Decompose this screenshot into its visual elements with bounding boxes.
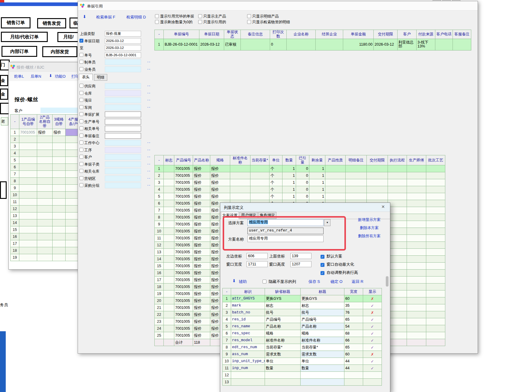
quote-table-row[interactable]: 13 (11, 212, 80, 219)
auto-maximize-checkbox[interactable]: ✓ (321, 262, 324, 267)
filter-input[interactable] (105, 133, 141, 139)
filter-combo[interactable]: ▼ (105, 90, 141, 96)
more-options-dots[interactable]: ·· (147, 67, 151, 71)
filter-input[interactable] (105, 119, 141, 125)
filter-checkbox[interactable] (79, 53, 83, 57)
dialog-table-row[interactable]: 6res_spec规格规格68✓ (223, 330, 382, 337)
filter-checkbox[interactable] (79, 141, 83, 144)
dialog-table-row[interactable]: 7res_model标准件名称标准件名称66✓ (223, 337, 382, 344)
quote-table-row[interactable]: 17001005报价报价 (11, 129, 80, 136)
detail-table-row[interactable]: 57001005报价报价个101 (155, 193, 445, 200)
quote-table-row[interactable]: 12 (11, 206, 80, 212)
quote-table-row[interactable]: 6 (11, 164, 80, 171)
filter-input[interactable]: BJB-26-03-12-0001 (105, 52, 141, 58)
expand-down-icon[interactable]: ⬇ (83, 15, 86, 19)
detail-table-row[interactable]: 17001005报价报价个101 (155, 165, 445, 172)
more-options-dots[interactable]: ·· (147, 148, 151, 152)
more-options-dots[interactable]: ·· (147, 60, 151, 64)
filter-input[interactable] (105, 112, 141, 117)
quote-menu-item[interactable]: 前单L (14, 74, 24, 79)
dialog-tab-user[interactable]: 用户绑定 (240, 212, 258, 219)
refer-option-checkbox[interactable] (155, 14, 159, 18)
button-fragment-tall[interactable] (0, 181, 7, 199)
filter-checkbox[interactable] (79, 126, 83, 130)
dialog-table-row[interactable]: 3batch_no批号批号76✗ (223, 309, 382, 316)
filter-checkbox[interactable] (79, 169, 83, 173)
more-options-dots[interactable]: ·· (147, 155, 151, 159)
button-internal-order[interactable]: 内部订单 (2, 46, 37, 57)
quote-table-row[interactable]: 8 (11, 178, 80, 185)
filter-checkbox[interactable] (79, 60, 83, 64)
more-options-dots[interactable]: ·· (147, 98, 151, 102)
dialog-tab-scheme[interactable]: 方案设置 (221, 212, 239, 219)
more-options-dots[interactable]: ·· (147, 105, 151, 109)
filter-combo[interactable]: ▼ (105, 183, 141, 188)
quote-table-row[interactable]: 15 (11, 226, 80, 233)
aux-down-icon[interactable]: ⬇ (232, 279, 236, 283)
filter-input[interactable]: 2026-03-12▦▾ (105, 38, 141, 44)
refer-option-checkbox[interactable] (247, 14, 251, 18)
quote-table-row[interactable]: 9 (11, 185, 80, 192)
quote-window-titlebar[interactable]: 报价-螺丝 / BJC (9, 62, 79, 72)
dialog-table-row[interactable]: 2mark标志标志35✓ (223, 302, 382, 309)
quote-table-row[interactable]: 11 (11, 199, 80, 206)
pos-left-input[interactable]: 606 (247, 253, 268, 259)
quote-table-row[interactable]: 2 (11, 136, 80, 143)
filter-combo[interactable]: ▼ (105, 161, 141, 167)
quote-table-row[interactable]: 5 (11, 157, 80, 164)
dialog-table-row[interactable]: 12 (223, 372, 382, 379)
scheme-name-input[interactable]: 维应用专用 (247, 235, 324, 242)
quote-menu-item[interactable]: 功能O (55, 74, 66, 79)
filter-checkbox[interactable]: ✓ (79, 39, 83, 43)
more-options-dots[interactable]: ·· (147, 162, 151, 166)
delete-scheme-link[interactable]: 删除本方案 (360, 225, 379, 231)
scheme-combo-arrow-icon[interactable]: ▼ (324, 219, 330, 226)
dialog-table-row[interactable]: 13 (223, 379, 382, 386)
quote-menu-item[interactable]: 后单N (31, 74, 41, 79)
filter-checkbox[interactable] (79, 134, 83, 138)
delete-all-scheme-link[interactable]: 删除所有方案 (358, 234, 381, 239)
dialog-table-row[interactable]: 10inp_unit_type_nam单位单位44✓ (223, 358, 382, 365)
search-detail-link[interactable]: 检索明细 D (126, 15, 146, 20)
filter-combo[interactable]: ▼ (105, 168, 141, 174)
filter-combo[interactable]: 报价-批量▼ (105, 31, 141, 37)
detail-table-row[interactable]: 37001005报价报价个101 (155, 179, 445, 186)
dialog-titlebar[interactable]: 列显示定义 ✕ (220, 203, 390, 212)
filter-checkbox[interactable] (79, 112, 83, 116)
filter-combo[interactable]: ▼ (105, 97, 141, 103)
quote-table-row[interactable]: 18 (11, 247, 80, 254)
refer-window-titlebar[interactable]: 单据引用 (78, 1, 478, 11)
win-width-input[interactable]: 1711 (247, 261, 268, 267)
refer-option[interactable]: 只显示明细产品 (247, 14, 279, 19)
scheme-select-combo[interactable]: 维应用专用 (247, 219, 324, 226)
filter-combo[interactable]: ▼ (105, 105, 141, 110)
quote-table-row[interactable]: 10 (11, 192, 80, 199)
quote-table-row[interactable]: 16 (11, 233, 80, 240)
refer-option-checkbox[interactable] (198, 20, 202, 24)
more-options-dots[interactable]: ·· (147, 84, 151, 88)
filter-checkbox[interactable] (79, 162, 83, 166)
filter-input[interactable] (105, 126, 141, 131)
aux-link[interactable]: 辅助 (239, 279, 247, 284)
tab-header[interactable]: 表头 (79, 74, 93, 80)
customer-input[interactable] (40, 108, 79, 113)
more-options-dots[interactable]: ·· (147, 141, 151, 144)
refer-option[interactable]: 显示引用完毕的单据 (155, 14, 194, 19)
filter-checkbox[interactable] (79, 91, 83, 95)
more-options-dots[interactable]: ·· (147, 177, 151, 180)
button-internal-ship[interactable]: 内部发货 (42, 46, 77, 57)
refer-option[interactable]: 显示剩余数量为0的 (155, 20, 192, 25)
filter-checkbox[interactable] (79, 148, 83, 152)
refer-option[interactable]: 只显示主产品 (198, 14, 226, 19)
refer-option[interactable]: 只显示检索物资的明细 (247, 20, 290, 25)
auto-rowheight-checkbox[interactable]: ✓ (321, 270, 324, 275)
dialog-table-row[interactable]: 1attr_GHGYS更换GYS更换GYS60✗ (223, 295, 382, 302)
filter-combo[interactable]: ▼ (105, 83, 141, 89)
filter-checkbox[interactable] (79, 105, 83, 109)
pos-top-input[interactable]: 139 (290, 253, 311, 259)
filter-combo[interactable]: ▼ (105, 59, 141, 65)
save-link[interactable]: 保存 S (308, 279, 320, 284)
filter-checkbox[interactable] (79, 183, 83, 187)
tab-detail[interactable]: 明细 (94, 74, 107, 81)
filter-combo[interactable]: ▼ (105, 140, 141, 146)
